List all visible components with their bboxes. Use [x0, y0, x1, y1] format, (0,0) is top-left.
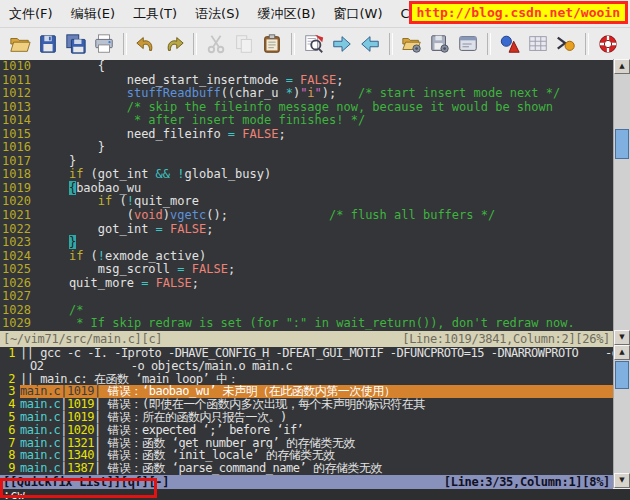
code-line: 1014 * after insert mode finishes! */ [2, 114, 613, 128]
code-line: 1021 (void)vgetc(); /* flush all buffers… [2, 209, 613, 223]
toolbar [0, 28, 630, 60]
quickfix-line[interactable]: 5main.c|1019| 错误：所在的函数内只报告一次。) [2, 411, 613, 424]
scroll-up-button[interactable]: ▲ [614, 345, 630, 360]
code-line: 1011 need_start_insertmode = FALSE; [2, 74, 613, 88]
quickfix-line[interactable]: O2 -o objects/main.o main.c [2, 360, 613, 373]
redo-arrow-icon [163, 33, 185, 55]
floppy-gear-icon [429, 33, 451, 55]
code-line: 1017 } [2, 155, 613, 169]
quickfix-scrollbar[interactable]: ▲ ▼ [613, 345, 630, 488]
quickfix-line[interactable]: 8main.c|1340| 错误：函数 ‘init_locale’ 的存储类无效 [2, 449, 613, 462]
command-line[interactable]: :cw [0, 489, 630, 500]
code-line: 1026 quit_more = FALSE; [2, 277, 613, 291]
toolbar-separator [487, 33, 491, 55]
code-scrollbar[interactable]: ▲ ▼ [613, 59, 630, 345]
code-line: 1013 /* skip the fileinfo message now, b… [2, 101, 613, 115]
code-line: 1025 msg_scroll = FALSE; [2, 263, 613, 277]
open-folder-icon [9, 33, 31, 55]
quickfix-line[interactable]: 4main.c|1019| 错误：(即使在一个函数内多次出现，每个未声明的标识符… [2, 398, 613, 411]
status-position: [Line:1019/3841,Column:2][26%] [402, 331, 610, 347]
menu-file[interactable]: 文件(F) [0, 1, 62, 27]
floppy-icon [37, 33, 59, 55]
undo-arrow-icon [135, 33, 157, 55]
redo-button[interactable] [161, 31, 187, 57]
menu-edit[interactable]: 编辑(E) [62, 1, 124, 27]
help-button[interactable] [595, 31, 621, 57]
cut-button [203, 31, 229, 57]
code-line: 1023 } [2, 236, 613, 250]
make-button[interactable] [497, 31, 523, 57]
code-line: 1012 stuffReadbuff((char_u *)"i"); /* st… [2, 87, 613, 101]
make-icon [499, 33, 521, 55]
quickfix-window[interactable]: 1|| gcc -c -I. -Iproto -DHAVE_CONFIG_H -… [0, 347, 613, 475]
toolbar-separator [585, 33, 589, 55]
find-replace-icon [303, 33, 325, 55]
code-line: 1018 if (got_int && !global_busy) [2, 168, 613, 182]
scroll-up-button[interactable]: ▲ [614, 59, 630, 74]
code-lines: 1010 {1011 need_start_insertmode = FALSE… [2, 60, 613, 331]
arrow-right-icon [331, 33, 353, 55]
command-text: :cw [3, 488, 25, 500]
menu-tools[interactable]: 工具(T) [124, 1, 186, 27]
folder-gear-icon [401, 33, 423, 55]
paste-button[interactable] [259, 31, 285, 57]
save-session-button[interactable] [427, 31, 453, 57]
find-next-button[interactable] [329, 31, 355, 57]
status-quickfix-position: [Line:3/35,Column:1][8%] [444, 475, 610, 489]
arrow-left-icon [359, 33, 381, 55]
undo-button[interactable] [133, 31, 159, 57]
copy-button [231, 31, 257, 57]
code-line: 1016 } [2, 141, 613, 155]
status-line-quickfix[interactable]: [[Quickfix List]][qf][-] [Line:3/35,Colu… [0, 475, 613, 489]
code-line: 1027 [2, 290, 613, 304]
quickfix-line[interactable]: 1|| gcc -c -I. -Iproto -DHAVE_CONFIG_H -… [2, 347, 613, 360]
quickfix-line[interactable]: 3main.c|1019| 错误：‘baobao_wu’ 未声明（在此函数内第一… [2, 385, 613, 398]
code-line: 1029 * If skip redraw is set (for ":" in… [2, 317, 613, 331]
script-window-icon [457, 33, 479, 55]
status-filename: [~/vim71/src/main.c][c] [3, 331, 162, 347]
menu-buffers[interactable]: 缓冲区(B) [248, 1, 324, 27]
save-button[interactable] [35, 31, 61, 57]
toolbar-separator [123, 33, 127, 55]
floppy-stack-icon [65, 33, 87, 55]
quickfix-line[interactable]: 2|| main.c: 在函数 ‘main_loop’ 中： [2, 373, 613, 386]
clipboard-icon [261, 33, 283, 55]
print-button[interactable] [91, 31, 117, 57]
code-line: 1019 {baobao_wu [2, 182, 613, 196]
open-file-button[interactable] [7, 31, 33, 57]
find-prev-button[interactable] [357, 31, 383, 57]
quickfix-lines: 1|| gcc -c -I. -Iproto -DHAVE_CONFIG_H -… [2, 347, 613, 475]
toolbar-separator [193, 33, 197, 55]
find-replace-button[interactable] [301, 31, 327, 57]
code-editor[interactable]: 1010 {1011 need_start_insertmode = FALSE… [0, 60, 613, 331]
code-line: 1015 need_fileinfo = FALSE; [2, 128, 613, 142]
copy-pages-icon [233, 33, 255, 55]
menu-bar: 文件(F) 编辑(E) 工具(T) 语法(S) 缓冲区(B) 窗口(W) C/C… [0, 0, 630, 28]
printer-icon [93, 33, 115, 55]
blog-url-badge[interactable]: http://blog.csdn.net/wooin [409, 1, 629, 24]
menu-window[interactable]: 窗口(W) [325, 1, 392, 27]
tag-jump-icon [555, 33, 577, 55]
quickfix-line[interactable]: 9main.c|1387| 错误：函数 ‘parse_command_name’… [2, 462, 613, 475]
code-line: 1020 if (!quit_more [2, 195, 613, 209]
tag-jump-button[interactable] [553, 31, 579, 57]
scissors-icon [205, 33, 227, 55]
status-quickfix-title: [[Quickfix List]][qf][-] [3, 475, 169, 489]
scroll-down-button[interactable]: ▼ [614, 330, 630, 345]
code-line: 1010 { [2, 60, 613, 74]
toolbar-separator [389, 33, 393, 55]
save-all-button[interactable] [63, 31, 89, 57]
run-script-button[interactable] [455, 31, 481, 57]
scrollbar-thumb[interactable] [615, 129, 629, 159]
scroll-down-button[interactable]: ▼ [614, 473, 630, 488]
quickfix-line[interactable]: 7main.c|1321| 错误：函数 ‘get_number_arg’ 的存储… [2, 437, 613, 450]
build-tags-button[interactable] [525, 31, 551, 57]
toolbar-separator [291, 33, 295, 55]
status-line-main[interactable]: [~/vim71/src/main.c][c] [Line:1019/3841,… [0, 331, 613, 347]
menu-syntax[interactable]: 语法(S) [186, 1, 248, 27]
code-line: 1028 /* [2, 304, 613, 318]
quickfix-line[interactable]: 6main.c|1020| 错误：expected ‘;’ before ‘if… [2, 424, 613, 437]
grid-icon [527, 33, 549, 55]
scrollbar-thumb[interactable] [615, 361, 629, 389]
load-session-button[interactable] [399, 31, 425, 57]
